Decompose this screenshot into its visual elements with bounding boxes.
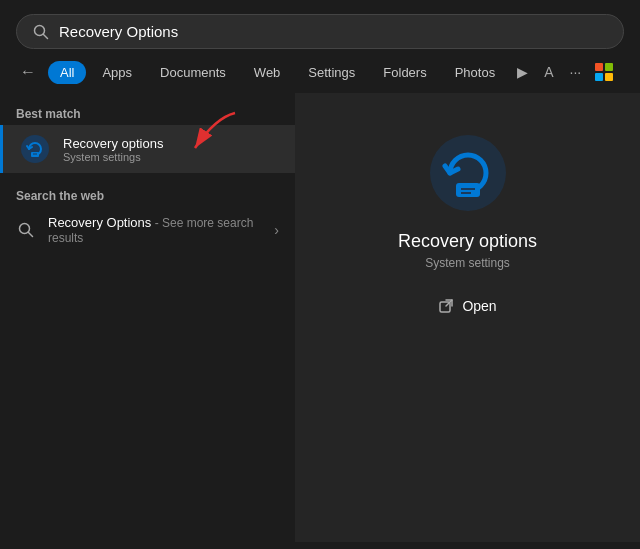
search-input[interactable] bbox=[59, 23, 607, 40]
svg-line-13 bbox=[446, 300, 452, 306]
web-result-main: Recovery Options bbox=[48, 215, 151, 230]
tab-photos[interactable]: Photos bbox=[443, 61, 507, 84]
search-web-label: Search the web bbox=[0, 183, 295, 207]
svg-point-2 bbox=[21, 135, 49, 163]
tab-folders[interactable]: Folders bbox=[371, 61, 438, 84]
open-button[interactable]: Open bbox=[430, 294, 504, 318]
more-results-button[interactable]: ▶ bbox=[511, 60, 534, 84]
right-panel-subtitle: System settings bbox=[425, 256, 510, 270]
main-layout: Best match Recovery options System setti… bbox=[0, 93, 640, 542]
best-match-subtitle: System settings bbox=[63, 151, 163, 163]
language-button[interactable]: A bbox=[538, 60, 559, 84]
svg-line-7 bbox=[29, 233, 33, 237]
open-icon bbox=[438, 298, 454, 314]
search-web-section: Search the web Recovery Options - See mo… bbox=[0, 183, 295, 253]
filter-tabs: ← All Apps Documents Web Settings Folder… bbox=[0, 59, 640, 85]
svg-line-1 bbox=[44, 34, 48, 38]
tab-apps[interactable]: Apps bbox=[90, 61, 144, 84]
web-search-icon bbox=[16, 220, 36, 240]
windows-logo-icon bbox=[595, 63, 613, 81]
web-result-item[interactable]: Recovery Options - See more search resul… bbox=[0, 207, 295, 253]
tab-web[interactable]: Web bbox=[242, 61, 293, 84]
left-panel: Best match Recovery options System setti… bbox=[0, 93, 295, 542]
right-panel-title: Recovery options bbox=[398, 231, 537, 252]
chevron-right-icon: › bbox=[274, 222, 279, 238]
tab-settings[interactable]: Settings bbox=[296, 61, 367, 84]
more-options-button[interactable]: ··· bbox=[564, 60, 588, 84]
right-panel-icon bbox=[428, 133, 508, 217]
tab-all[interactable]: All bbox=[48, 61, 86, 84]
recovery-icon bbox=[19, 133, 51, 165]
best-match-text: Recovery options System settings bbox=[63, 136, 163, 163]
best-match-result[interactable]: Recovery options System settings bbox=[0, 125, 295, 173]
search-icon bbox=[33, 24, 49, 40]
back-button[interactable]: ← bbox=[12, 59, 44, 85]
tab-documents[interactable]: Documents bbox=[148, 61, 238, 84]
right-panel: Recovery options System settings Open bbox=[295, 93, 640, 542]
best-match-title: Recovery options bbox=[63, 136, 163, 151]
web-result-text: Recovery Options - See more search resul… bbox=[48, 215, 262, 245]
search-bar[interactable] bbox=[16, 14, 624, 49]
open-label: Open bbox=[462, 298, 496, 314]
best-match-label: Best match bbox=[0, 101, 295, 125]
svg-point-8 bbox=[430, 135, 506, 211]
